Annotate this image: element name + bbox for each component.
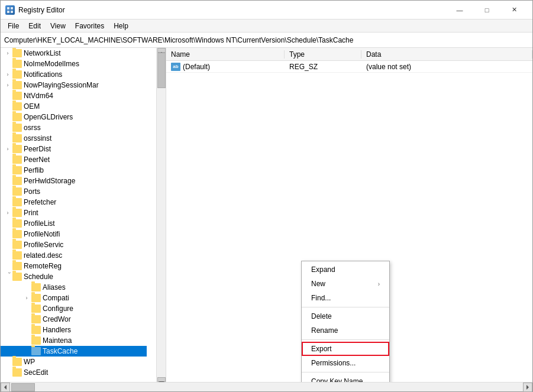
tree-item-peerdist[interactable]: › PeerDist — [1, 144, 147, 154]
tree-item-compati[interactable]: › Compati — [1, 293, 147, 303]
maximize-button[interactable]: □ — [473, 1, 500, 19]
svg-rect-1 — [11, 7, 13, 9]
tree-item-peernet[interactable]: PeerNet — [1, 154, 147, 165]
folder-icon — [12, 273, 22, 281]
tree-item-opengl[interactable]: OpenGLDrivers — [1, 112, 147, 122]
expand-icon — [3, 187, 12, 196]
tree-item-handlers[interactable]: Handlers — [1, 325, 147, 335]
ctx-copy-key-name[interactable]: Copy Key Name — [302, 374, 389, 382]
folder-icon — [12, 166, 22, 174]
app-icon — [5, 5, 15, 15]
tree-item-wp[interactable]: WP — [1, 357, 147, 367]
tree-label: Aliases — [43, 283, 66, 291]
tree-item-secedit[interactable]: SecEdit — [1, 367, 147, 378]
tree-label: NetworkList — [24, 49, 61, 57]
ctx-new-label: New — [311, 280, 325, 288]
tree-item-related-desc[interactable]: related.desc — [1, 250, 147, 261]
ctx-expand[interactable]: Expand — [302, 263, 389, 277]
ctx-delete[interactable]: Delete — [302, 309, 389, 323]
scroll-down-btn[interactable] — [157, 377, 166, 382]
scroll-left-button[interactable] — [1, 383, 10, 392]
tree-label: OpenGLDrivers — [24, 113, 73, 121]
expand-icon — [3, 197, 12, 207]
folder-icon — [12, 368, 22, 377]
expand-icon — [3, 91, 12, 101]
tree-item-oem[interactable]: OEM — [1, 101, 147, 112]
window-title: Registry Editor — [18, 6, 65, 14]
tree-item-print[interactable]: › Print — [1, 208, 147, 218]
expand-icon — [3, 176, 12, 186]
ctx-export[interactable]: Export — [302, 342, 389, 356]
tree-item-profilenotifi[interactable]: ProfileNotifi — [1, 229, 147, 239]
tree-item-networklist[interactable]: › NetworkList — [1, 48, 147, 59]
tree-item-profilelist[interactable]: ProfileList — [1, 218, 147, 229]
tree-item-perhwldstorage[interactable]: PerHwldStorage — [1, 176, 147, 186]
tree-item-profileservic[interactable]: ProfileServic — [1, 239, 147, 250]
tree-item-remotereg[interactable]: RemoteReg — [1, 261, 147, 271]
menu-favorites[interactable]: Favorites — [70, 21, 109, 31]
tree-item-nowplaying[interactable]: › NowPlayingSessionMar — [1, 80, 147, 90]
expand-icon — [22, 336, 31, 345]
ctx-find[interactable]: Find... — [302, 291, 389, 305]
svg-rect-2 — [7, 11, 9, 13]
tree-item-aliases[interactable]: Aliases — [1, 282, 147, 293]
menu-help[interactable]: Help — [109, 21, 133, 31]
tree-item-schedule[interactable]: › Schedule — [1, 271, 147, 282]
menu-file[interactable]: File — [3, 21, 24, 31]
expand-icon — [3, 123, 12, 132]
folder-icon — [12, 262, 22, 270]
ctx-permissions[interactable]: Permissions... — [302, 356, 389, 370]
col-header-data: Data — [361, 50, 532, 59]
ctx-separator-3 — [302, 372, 389, 372]
horizontal-scroll-track[interactable] — [10, 383, 523, 391]
tree-item-ports[interactable]: Ports — [1, 186, 147, 197]
tree-label: Handlers — [43, 326, 71, 334]
tree-item-prefetcher[interactable]: Prefetcher — [1, 197, 147, 208]
expand-icon — [22, 346, 31, 356]
expand-icon: › — [3, 48, 12, 58]
tree-item-osrss[interactable]: osrss — [1, 122, 147, 133]
ctx-rename[interactable]: Rename — [302, 323, 389, 338]
scroll-right-button[interactable] — [523, 383, 532, 392]
tree-item-noimodelimes[interactable]: NoImeModelImes — [1, 59, 147, 69]
tree-scrollbar[interactable] — [156, 48, 166, 382]
ctx-find-label: Find... — [311, 294, 331, 302]
tree-item-notifications[interactable]: › Notifications — [1, 69, 147, 80]
tree-item-ntvdm64[interactable]: NtVdm64 — [1, 90, 147, 101]
tree-item-credwor[interactable]: CredWor — [1, 314, 147, 325]
tree-label: NtVdm64 — [24, 92, 53, 100]
folder-icon — [31, 304, 41, 313]
folder-icon — [31, 326, 41, 334]
folder-icon — [12, 198, 22, 206]
tree-item-perflib[interactable]: Perflib — [1, 165, 147, 176]
tree-label: PeerNet — [24, 155, 50, 164]
menu-bar: File Edit View Favorites Help — [1, 20, 532, 33]
address-text: Computer\HKEY_LOCAL_MACHINE\SOFTWARE\Mic… — [4, 36, 353, 44]
ctx-new[interactable]: New › — [302, 277, 389, 291]
expand-icon: › — [3, 272, 12, 281]
tree-label: ProfileServic — [24, 241, 63, 249]
expand-icon: › — [3, 80, 12, 90]
menu-view[interactable]: View — [46, 21, 70, 31]
tree-item-configure[interactable]: Configure — [1, 303, 147, 314]
ctx-separator-1 — [302, 307, 389, 307]
minimize-button[interactable]: — — [446, 1, 473, 19]
tree-label: PeerDist — [24, 145, 51, 153]
menu-edit[interactable]: Edit — [24, 21, 46, 31]
tree-item-osrssinst[interactable]: osrssinst — [1, 133, 147, 144]
scroll-up-btn[interactable] — [157, 48, 166, 53]
window-controls: — □ ✕ — [446, 1, 528, 19]
ctx-expand-label: Expand — [311, 265, 335, 274]
data-cell-data: (value not set) — [366, 63, 528, 71]
ctx-new-arrow: › — [378, 281, 380, 287]
tree-item-maintena[interactable]: Maintena — [1, 335, 147, 346]
scroll-thumb[interactable] — [157, 53, 166, 88]
close-button[interactable]: ✕ — [500, 1, 528, 19]
folder-icon — [12, 60, 22, 68]
data-row[interactable]: ab (Default) REG_SZ (value not set) — [166, 61, 532, 73]
folder-icon — [31, 315, 41, 323]
horizontal-scroll-thumb[interactable] — [11, 383, 35, 391]
tree-label: Notifications — [24, 70, 62, 79]
expand-icon — [3, 261, 12, 271]
tree-item-taskcache[interactable]: TaskCache — [1, 346, 147, 357]
